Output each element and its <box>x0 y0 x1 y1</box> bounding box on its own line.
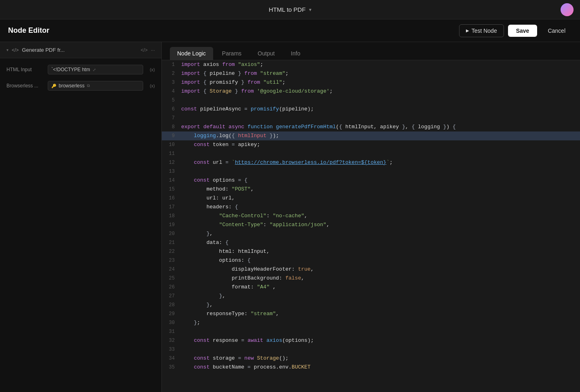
line-number: 1 <box>167 60 181 69</box>
param-value-html-input[interactable]: `<!DOCTYPE htm ⤢ <box>48 65 143 74</box>
param-value-text-browserless: browserless <box>59 83 85 89</box>
line-content: logging.log({ htmlInput }); <box>181 131 575 140</box>
code-right-icon: </> <box>141 47 148 53</box>
line-number: 9 <box>167 131 181 140</box>
code-line: 24 displayHeaderFooter: true, <box>162 265 580 274</box>
tabs: Node Logic Params Output Info <box>162 42 580 60</box>
code-line: 19 "Content-Type": "application/json", <box>162 220 580 229</box>
line-content: displayHeaderFooter: true, <box>181 265 575 274</box>
line-number: 2 <box>167 69 181 78</box>
line-number: 13 <box>167 167 181 176</box>
line-number: 32 <box>167 336 181 345</box>
line-number: 33 <box>167 345 181 354</box>
line-content: const options = { <box>181 176 575 185</box>
code-line: 3import { promisify } from "util"; <box>162 78 580 87</box>
line-number: 14 <box>167 176 181 185</box>
line-number: 10 <box>167 140 181 149</box>
code-line: 1import axios from "axios"; <box>162 60 580 69</box>
line-number: 18 <box>167 212 181 220</box>
tab-params[interactable]: Params <box>215 47 249 60</box>
line-content: "Cache-Control": "no-cache", <box>181 212 575 220</box>
copy-icon[interactable]: ⧉ <box>87 83 90 88</box>
line-content: headers: { <box>181 203 575 212</box>
remove-html-input-icon[interactable]: (x) <box>150 67 155 72</box>
line-number: 19 <box>167 220 181 229</box>
code-line: 30 }; <box>162 318 580 327</box>
code-line: 31 <box>162 327 580 336</box>
line-number: 24 <box>167 265 181 274</box>
right-panel: Node Logic Params Output Info 1import ax… <box>162 42 580 392</box>
line-content: "Content-Type": "application/json", <box>181 220 575 229</box>
line-number: 27 <box>167 292 181 301</box>
code-line: 20 }, <box>162 229 580 238</box>
expand-arrow-icon: ▾ <box>6 48 8 52</box>
node-item-right: </> ··· <box>141 47 155 53</box>
test-node-button[interactable]: ▶ Test Node <box>459 24 504 37</box>
line-content: const response = await axios(options); <box>181 336 575 345</box>
code-line: 27 }, <box>162 292 580 301</box>
code-line: 15 method: "POST", <box>162 185 580 194</box>
code-line: 23 options: { <box>162 256 580 265</box>
param-label-html-input: HTML Input <box>6 67 43 72</box>
code-line: 25 printBackground: false, <box>162 274 580 283</box>
line-content: import { promisify } from "util"; <box>181 78 575 87</box>
code-line: 17 headers: { <box>162 203 580 212</box>
line-content: }, <box>181 229 575 238</box>
line-content: }, <box>181 301 575 309</box>
code-line: 16 url: url, <box>162 194 580 203</box>
cancel-button[interactable]: Cancel <box>541 25 572 37</box>
code-line: 9 logging.log({ htmlInput }); <box>162 131 580 140</box>
remove-browserless-icon[interactable]: (x) <box>150 83 155 88</box>
tab-node-logic[interactable]: Node Logic <box>170 47 213 60</box>
line-number: 21 <box>167 238 181 247</box>
line-number: 25 <box>167 274 181 283</box>
code-line: 21 data: { <box>162 238 580 247</box>
line-number: 6 <box>167 105 181 114</box>
line-content: html: htmlInput, <box>181 247 575 256</box>
code-editor[interactable]: 1import axios from "axios";2import { pip… <box>162 60 580 392</box>
avatar[interactable] <box>561 3 574 16</box>
code-line: 33 <box>162 345 580 354</box>
code-line: 13 <box>162 167 580 176</box>
line-number: 30 <box>167 318 181 327</box>
code-line: 2import { pipeline } from "stream"; <box>162 69 580 78</box>
expand-icon[interactable]: ⤢ <box>93 68 96 72</box>
param-value-text: `<!DOCTYPE htm <box>51 67 90 72</box>
line-number: 29 <box>167 309 181 318</box>
tab-output[interactable]: Output <box>250 47 282 60</box>
line-number: 34 <box>167 354 181 363</box>
save-button[interactable]: Save <box>508 25 538 37</box>
line-content: const url = `https://chrome.browserless.… <box>181 158 575 167</box>
top-bar: HTML to PDF ▾ <box>0 0 580 19</box>
line-content: }; <box>181 318 575 327</box>
line-content: const bucketName = process.env.BUCKET <box>181 363 575 372</box>
node-item-label: Generate PDF fr... <box>22 47 137 53</box>
code-line: 34 const storage = new Storage(); <box>162 354 580 363</box>
code-line: 28 }, <box>162 301 580 309</box>
line-content: import { Storage } from '@google-cloud/s… <box>181 87 575 96</box>
workflow-title[interactable]: HTML to PDF ▾ <box>269 6 311 13</box>
line-content: printBackground: false, <box>181 274 575 283</box>
line-number: 22 <box>167 247 181 256</box>
more-options-icon[interactable]: ··· <box>151 47 155 53</box>
param-label-browserless: Browserless ... <box>6 83 43 89</box>
line-number: 23 <box>167 256 181 265</box>
line-number: 26 <box>167 283 181 292</box>
code-line: 12 const url = `https://chrome.browserle… <box>162 158 580 167</box>
main-layout: ▾ </> Generate PDF fr... </> ··· HTML In… <box>0 42 580 392</box>
code-line: 11 <box>162 149 580 158</box>
param-value-browserless[interactable]: 🔑 browserless ⧉ <box>48 81 143 91</box>
node-item[interactable]: ▾ </> Generate PDF fr... </> ··· <box>0 42 161 58</box>
code-line: 6const pipelineAsync = promisify(pipelin… <box>162 105 580 114</box>
line-number: 20 <box>167 229 181 238</box>
line-number: 28 <box>167 301 181 309</box>
line-content: const pipelineAsync = promisify(pipeline… <box>181 105 575 114</box>
test-node-label: Test Node <box>472 28 497 34</box>
avatar-image <box>561 3 574 16</box>
line-content: const token = apikey; <box>181 140 575 149</box>
line-content: import { pipeline } from "stream"; <box>181 69 575 78</box>
tab-info[interactable]: Info <box>284 47 307 60</box>
line-number: 31 <box>167 327 181 336</box>
line-content: format: "A4" , <box>181 283 575 292</box>
line-number: 3 <box>167 78 181 87</box>
